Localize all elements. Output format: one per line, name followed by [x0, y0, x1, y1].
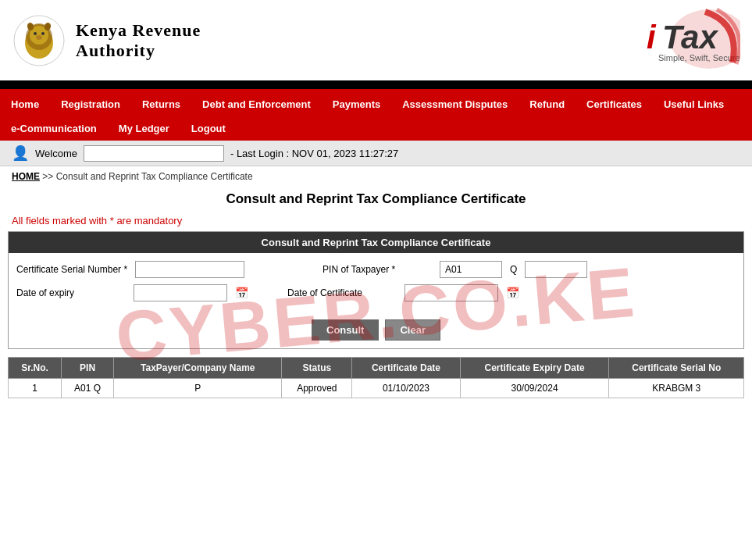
- consult-button[interactable]: Consult: [312, 319, 379, 341]
- nav-certificates[interactable]: Certificates: [576, 92, 653, 116]
- svg-text:i: i: [647, 19, 657, 55]
- itax-brand-graphic: i Tax Simple, Swift, Secure: [584, 8, 740, 70]
- black-divider: [0, 83, 752, 89]
- welcome-text: Welcome: [35, 148, 77, 159]
- username-field[interactable]: [84, 145, 224, 162]
- form-body: Certificate Serial Number * PIN of Taxpa…: [9, 253, 743, 316]
- date-expiry-label: Date of expiry: [16, 287, 126, 298]
- breadcrumb-home[interactable]: HOME: [12, 171, 40, 182]
- table-cell: Approved: [282, 379, 352, 398]
- date-cert-calendar-icon[interactable]: 📅: [506, 287, 519, 299]
- page-title: Consult and Reprint Tax Compliance Certi…: [0, 187, 752, 212]
- svg-text:Tax: Tax: [662, 19, 718, 55]
- page-header: Kenya Revenue Authority i Tax Simple, Sw…: [0, 0, 752, 83]
- last-login-text: - Last Login : NOV 01, 2023 11:27:27: [230, 148, 398, 159]
- nav-registration[interactable]: Registration: [50, 92, 131, 116]
- breadcrumb-current: Consult and Reprint Tax Compliance Certi…: [56, 171, 253, 182]
- breadcrumb: HOME >> Consult and Reprint Tax Complian…: [0, 166, 752, 187]
- itax-logo-container: i Tax Simple, Swift, Secure: [584, 8, 740, 73]
- lion-icon: [12, 13, 66, 68]
- nav-returns[interactable]: Returns: [131, 92, 191, 116]
- pin-input[interactable]: [440, 261, 502, 278]
- col-pin: PIN: [62, 358, 114, 379]
- nav-assessment-disputes[interactable]: Assessment Disputes: [391, 92, 519, 116]
- svg-point-7: [36, 35, 42, 40]
- table-cell: KRABGM 3: [609, 379, 744, 398]
- results-table: Sr.No. PIN TaxPayer/Company Name Status …: [8, 357, 744, 398]
- user-icon: 👤: [12, 144, 29, 162]
- form-watermark-container: CYBER.CO.KE Consult and Reprint Tax Comp…: [0, 231, 752, 398]
- kra-logo: Kenya Revenue Authority: [12, 13, 201, 68]
- date-expiry-input[interactable]: [134, 284, 227, 301]
- col-taxpayer-name: TaxPayer/Company Name: [114, 358, 282, 379]
- table-cell: 01/10/2023: [352, 379, 460, 398]
- clear-button[interactable]: Clear: [385, 319, 440, 341]
- table-header-row: Sr.No. PIN TaxPayer/Company Name Status …: [9, 358, 744, 379]
- cert-serial-label: Certificate Serial Number *: [16, 264, 127, 275]
- form-buttons: Consult Clear: [9, 316, 743, 348]
- nav-ecommunication[interactable]: e-Communication: [0, 116, 108, 141]
- table-cell: 30/09/2024: [460, 379, 609, 398]
- col-cert-date: Certificate Date: [352, 358, 460, 379]
- nav-home[interactable]: Home: [0, 92, 50, 116]
- nav-logout[interactable]: Logout: [180, 116, 237, 141]
- nav-my-ledger[interactable]: My Ledger: [108, 116, 180, 141]
- form-section-title: Consult and Reprint Tax Compliance Certi…: [9, 232, 743, 253]
- cert-serial-row: Certificate Serial Number * PIN of Taxpa…: [16, 261, 736, 278]
- date-row: Date of expiry 📅 Date of Certificate 📅: [16, 284, 736, 301]
- svg-point-5: [34, 32, 37, 35]
- svg-point-6: [41, 32, 45, 35]
- org-name: Kenya Revenue Authority: [76, 20, 201, 61]
- svg-text:Simple, Swift, Secure: Simple, Swift, Secure: [658, 53, 740, 62]
- breadcrumb-separator: >>: [42, 171, 53, 182]
- main-navigation: Home Registration Returns Debt and Enfor…: [0, 92, 752, 141]
- col-cert-expiry-date: Certificate Expiry Date: [460, 358, 609, 379]
- mandatory-note: All fields marked with * are mandatory: [0, 212, 752, 231]
- date-cert-input[interactable]: [405, 284, 498, 301]
- consult-form-section: Consult and Reprint Tax Compliance Certi…: [8, 231, 744, 349]
- date-cert-label: Date of Certificate: [287, 287, 397, 298]
- nav-debt-enforcement[interactable]: Debt and Enforcement: [191, 92, 322, 116]
- cert-serial-input[interactable]: [135, 261, 244, 278]
- pin-suffix: Q: [510, 264, 517, 275]
- welcome-bar: 👤 Welcome - Last Login : NOV 01, 2023 11…: [0, 141, 752, 166]
- col-srno: Sr.No.: [9, 358, 62, 379]
- table-row: 1A01 QPApproved01/10/202330/09/2024KRABG…: [9, 379, 744, 398]
- date-expiry-calendar-icon[interactable]: 📅: [235, 287, 248, 299]
- col-cert-serial: Certificate Serial No: [609, 358, 744, 379]
- col-status: Status: [282, 358, 352, 379]
- nav-payments[interactable]: Payments: [322, 92, 391, 116]
- table-cell: A01 Q: [62, 379, 114, 398]
- nav-useful-links[interactable]: Useful Links: [653, 92, 735, 116]
- table-cell: P: [114, 379, 282, 398]
- pin-extra-input[interactable]: [525, 261, 587, 278]
- table-cell: 1: [9, 379, 62, 398]
- pin-label: PIN of Taxpayer *: [323, 264, 432, 275]
- nav-refund[interactable]: Refund: [519, 92, 576, 116]
